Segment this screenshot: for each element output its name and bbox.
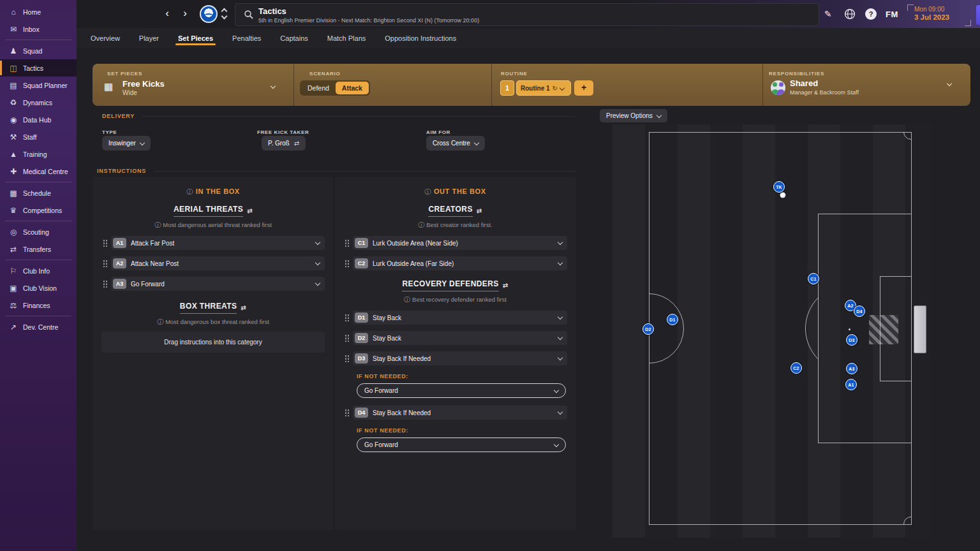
scenario-defend[interactable]: Defend [301, 82, 336, 94]
chevron-down-icon[interactable] [558, 260, 563, 265]
player-marker[interactable]: D2 [642, 323, 654, 335]
chevron-down-icon[interactable] [315, 281, 320, 286]
instruction-row-a3[interactable]: A3Go Forward [101, 277, 325, 291]
instruction-row-a2[interactable]: A2Attack Near Post [101, 256, 325, 270]
chevron-down-icon[interactable] [315, 260, 320, 265]
help-icon[interactable]: ? [865, 8, 877, 20]
chevron-down-icon[interactable] [558, 240, 563, 245]
sidebar-item[interactable]: ⚒ Staff [0, 128, 77, 145]
if-not-needed-dropdown-d4[interactable]: Go Forward [357, 437, 566, 452]
delivery-type-dropdown[interactable]: Inswinger [102, 136, 151, 151]
sidebar-item[interactable]: ✚ Medical Centre [0, 163, 77, 180]
preview-options-button[interactable]: Preview Options [600, 109, 667, 122]
sidebar-item[interactable]: ♻ Dynamics [0, 94, 77, 111]
drag-handle-icon[interactable] [345, 239, 350, 247]
drag-handle-icon[interactable] [103, 239, 108, 247]
scenario-attack[interactable]: Attack [336, 82, 369, 94]
club-badge[interactable] [200, 5, 218, 23]
edit-icon[interactable]: ✎ [824, 9, 832, 19]
tab[interactable]: Overview [91, 28, 120, 48]
drag-handle-icon[interactable] [345, 409, 350, 416]
sidebar-item[interactable]: ◉ Data Hub [0, 111, 77, 128]
player-marker[interactable]: C2 [791, 362, 802, 374]
free-kick-taker-button[interactable]: P. Groß⇄ [262, 136, 306, 151]
box-threats-dropzone[interactable]: Drag instructions into this category [101, 332, 325, 353]
reorder-icon[interactable]: ⇄ [241, 304, 246, 311]
chevron-down-icon[interactable] [558, 409, 563, 415]
reorder-icon[interactable]: ⇄ [477, 207, 482, 214]
instruction-row-d4[interactable]: D4Stay Back If Needed [343, 406, 567, 420]
sidebar-item[interactable]: ▤ Squad Planner [0, 77, 77, 94]
instruction-row-d1[interactable]: D1Stay Back [343, 311, 567, 325]
sidebar-item-label: Staff [23, 133, 36, 141]
player-marker[interactable]: D4 [854, 305, 865, 317]
club-switcher[interactable] [221, 6, 228, 22]
routine-selector[interactable]: Routine 1 ↻ [516, 80, 571, 96]
drag-handle-icon[interactable] [345, 334, 350, 342]
instruction-row-c1[interactable]: C1Lurk Outside Area (Near Side) [343, 236, 567, 250]
player-marker[interactable]: D1 [667, 314, 678, 325]
chevron-down-icon[interactable] [558, 335, 563, 340]
page-title-card[interactable]: Tactics 5th in English Premier Division … [235, 3, 819, 26]
sidebar-item[interactable]: ▣ Club Vision [0, 279, 77, 297]
page-title: Tactics [258, 6, 286, 16]
set-piece-type: Free Kicks [122, 79, 165, 89]
sidebar-item[interactable]: ▲ Training [0, 145, 77, 163]
routine-number[interactable]: 1 [500, 80, 514, 96]
ball-icon[interactable] [780, 193, 786, 198]
chevron-down-icon[interactable] [315, 240, 320, 245]
touchline-bottom [649, 524, 911, 525]
sidebar-item-icon: ⇄ [6, 245, 21, 254]
sidebar-item-icon: ♻ [6, 98, 21, 107]
drag-handle-icon[interactable] [345, 314, 350, 321]
player-marker[interactable]: TK [773, 181, 785, 193]
sidebar-item[interactable]: ⌂ Home [0, 3, 77, 20]
sidebar-item[interactable]: ♟ Squad [0, 42, 77, 59]
sidebar-item[interactable]: ◎ Scouting [0, 223, 77, 240]
responsibilities-dropdown-chevron[interactable] [947, 81, 952, 86]
player-badge: A2 [113, 258, 126, 268]
drag-handle-icon[interactable] [345, 260, 350, 267]
sidebar-item[interactable]: ▦ Schedule [0, 184, 77, 202]
forward-button[interactable]: › [177, 7, 193, 21]
sidebar-item[interactable]: ◫ Tactics [0, 59, 77, 77]
continue-button[interactable]: CONTINUE» [976, 5, 980, 25]
sidebar-item-icon: ▤ [6, 81, 21, 90]
tab[interactable]: Player [139, 28, 159, 48]
reorder-icon[interactable]: ⇄ [503, 282, 509, 289]
player-marker[interactable]: A3 [846, 363, 858, 374]
chevron-down-icon[interactable] [558, 314, 563, 320]
instruction-row-a1[interactable]: A1Attack Far Post [101, 236, 325, 250]
reorder-icon[interactable]: ⇄ [247, 207, 253, 214]
tab[interactable]: Opposition Instructions [385, 28, 456, 48]
sidebar-item-icon: ▣ [6, 284, 21, 293]
player-marker[interactable]: A1 [845, 379, 857, 390]
tab[interactable]: Match Plans [327, 28, 366, 48]
sidebar-item[interactable]: ↗ Dev. Centre [0, 318, 77, 335]
player-marker[interactable]: C1 [808, 273, 819, 284]
sidebar-item-icon: ◎ [6, 228, 21, 237]
if-not-needed-dropdown-d3[interactable]: Go Forward [357, 383, 566, 398]
player-marker[interactable]: D3 [846, 334, 858, 346]
sidebar-item[interactable]: ⚐ Club Info [0, 262, 77, 279]
drag-handle-icon[interactable] [345, 355, 350, 362]
sidebar-item[interactable]: ♛ Competitions [0, 202, 77, 219]
set-piece-dropdown-chevron[interactable] [271, 84, 276, 89]
instruction-row-d3[interactable]: D3Stay Back If Needed [343, 351, 567, 365]
sidebar-item[interactable]: ✉ Inbox [0, 20, 77, 38]
chevron-down-icon[interactable] [558, 355, 563, 360]
tab[interactable]: Penalties [232, 28, 261, 48]
tab[interactable]: Set Pieces [178, 28, 213, 48]
drag-handle-icon[interactable] [103, 280, 108, 288]
instruction-row-c2[interactable]: C2Lurk Outside Area (Far Side) [343, 256, 567, 270]
sidebar-item[interactable]: ⚖ Finances [0, 297, 77, 314]
back-button[interactable]: ‹ [160, 7, 175, 21]
aim-for-dropdown[interactable]: Cross Centre [426, 136, 485, 151]
chevron-down-icon [221, 13, 228, 20]
instruction-row-d2[interactable]: D2Stay Back [343, 331, 567, 345]
tab[interactable]: Captains [280, 28, 308, 48]
world-icon[interactable] [844, 8, 856, 20]
add-routine-button[interactable]: + [574, 80, 593, 96]
sidebar-item[interactable]: ⇄ Transfers [0, 240, 77, 258]
drag-handle-icon[interactable] [103, 260, 108, 267]
